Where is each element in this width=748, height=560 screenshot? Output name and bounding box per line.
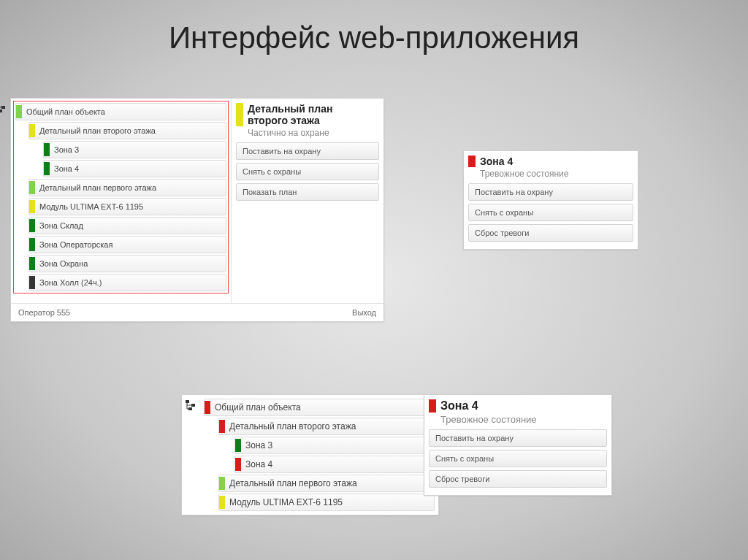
logout-link[interactable]: Выход: [352, 308, 376, 317]
tree-item-label: Модуль ULTIMA EXT-6 1195: [39, 202, 143, 211]
slide-title: Интерфейс web-приложения: [0, 20, 748, 55]
detail-title-line: Детальный план: [248, 103, 332, 115]
tree-item-label: Зона Охрана: [39, 259, 88, 268]
tree-column: Общий план объекта Детальный план второг…: [11, 99, 232, 303]
tree-item-label: Общий план объекта: [215, 402, 301, 413]
status-bar-icon: [44, 143, 50, 156]
status-bar-icon: [219, 420, 225, 433]
panel-composite: Общий план объекта Детальный план второг…: [10, 98, 384, 322]
tree-item[interactable]: Зона 4: [43, 160, 226, 177]
arm-button[interactable]: Поставить на охрану: [236, 142, 379, 160]
tree-item-label: Зона 4: [245, 459, 272, 469]
detail-title-line: второго этажа: [248, 115, 320, 126]
tree-panel-alarm: Общий план объекта Детальный план второг…: [181, 394, 439, 515]
reset-alarm-button[interactable]: Сброс тревоги: [429, 470, 607, 488]
tree-item-label: Зона 3: [54, 145, 79, 154]
tree-item-label: Зона Склад: [39, 221, 83, 230]
tree-item[interactable]: Зона Операторская: [28, 236, 226, 253]
tree-item-label: Детальный план первого этажа: [229, 478, 357, 488]
tree-item[interactable]: Зона 3: [43, 141, 226, 158]
tree-item[interactable]: Зона Охрана: [28, 255, 226, 272]
disarm-button[interactable]: Снять с охраны: [429, 450, 607, 467]
tree-selection-frame: Общий план объекта Детальный план второг…: [13, 101, 229, 294]
tree-item-label: Детальный план первого этажа: [39, 183, 156, 192]
status-bar-icon: [29, 181, 35, 194]
panel-footer: Оператор 555 Выход: [11, 303, 383, 321]
zone-card-subtitle: Тревожное состояние: [480, 169, 633, 179]
status-bar-icon: [29, 200, 35, 213]
status-bar-icon: [219, 496, 225, 509]
svg-rect-1: [1, 106, 5, 109]
status-bar-icon: [29, 219, 35, 232]
status-bar-icon: [29, 238, 35, 251]
tree-item[interactable]: Модуль ULTIMA EXT-6 1195: [218, 494, 435, 511]
status-bar-icon: [44, 162, 50, 175]
status-bar-icon: [16, 105, 22, 118]
hierarchy-icon: [0, 101, 7, 113]
tree-item-label: Зона Холл (24ч.): [39, 278, 102, 287]
tree-item[interactable]: Детальный план первого этажа: [28, 179, 226, 196]
hierarchy-icon: [185, 399, 196, 411]
status-bar-icon: [235, 439, 241, 452]
arm-button[interactable]: Поставить на охрану: [468, 183, 633, 201]
tree-item-label: Зона 4: [54, 164, 79, 173]
zone-card-small: Зона 4 Тревожное состояние Поставить на …: [463, 150, 638, 250]
tree-item[interactable]: Зона 3: [234, 437, 435, 454]
tree-item-label: Зона Операторская: [39, 240, 112, 249]
status-bar-icon: [219, 477, 225, 490]
reset-alarm-button[interactable]: Сброс тревоги: [468, 224, 633, 242]
status-bar-icon: [29, 257, 35, 270]
zone-card-title: Зона 4: [468, 156, 633, 167]
tree-item-label: Детальный план второго этажа: [229, 421, 356, 431]
status-bar-icon: [29, 276, 35, 289]
status-bar-icon: [29, 124, 35, 137]
detail-subtitle: Частично на охране: [248, 128, 379, 138]
disarm-button[interactable]: Снять с охраны: [468, 204, 633, 221]
tree-item[interactable]: Модуль ULTIMA EXT-6 1195: [28, 198, 226, 215]
tree-item[interactable]: Общий план объекта: [15, 103, 226, 120]
tree-item[interactable]: Зона Холл (24ч.): [28, 274, 226, 291]
zone-card-large: Зона 4 Тревожное состояние Поставить на …: [424, 394, 612, 496]
tree-item-label: Детальный план второго этажа: [39, 126, 156, 135]
tree-item[interactable]: Зона 4: [234, 456, 435, 473]
detail-column: Детальный план второго этажа Частично на…: [232, 99, 383, 303]
status-bar-icon: [235, 458, 241, 471]
zone-card-subtitle: Тревожное состояние: [440, 414, 607, 425]
svg-rect-2: [0, 110, 2, 112]
svg-rect-4: [191, 404, 195, 407]
tree-item[interactable]: Детальный план второго этажа: [28, 122, 226, 139]
show-plan-button[interactable]: Показать план: [236, 183, 379, 201]
arm-button[interactable]: Поставить на охрану: [429, 429, 607, 447]
tree-item-label: Зона 3: [245, 440, 272, 450]
tree-item[interactable]: Зона Склад: [28, 217, 226, 234]
detail-title: Детальный план второго этажа: [236, 103, 379, 126]
svg-rect-3: [186, 400, 189, 403]
tree-item[interactable]: Общий план объекта: [204, 399, 435, 416]
status-bar-icon: [205, 401, 210, 414]
operator-label: Оператор 555: [18, 308, 70, 317]
tree-item[interactable]: Детальный план первого этажа: [218, 475, 435, 492]
tree-item-label: Модуль ULTIMA EXT-6 1195: [229, 497, 343, 507]
tree-item[interactable]: Детальный план второго этажа: [218, 418, 435, 435]
zone-card-title: Зона 4: [429, 399, 607, 413]
tree-item-label: Общий план объекта: [26, 107, 105, 116]
disarm-button[interactable]: Снять с охраны: [236, 163, 379, 180]
